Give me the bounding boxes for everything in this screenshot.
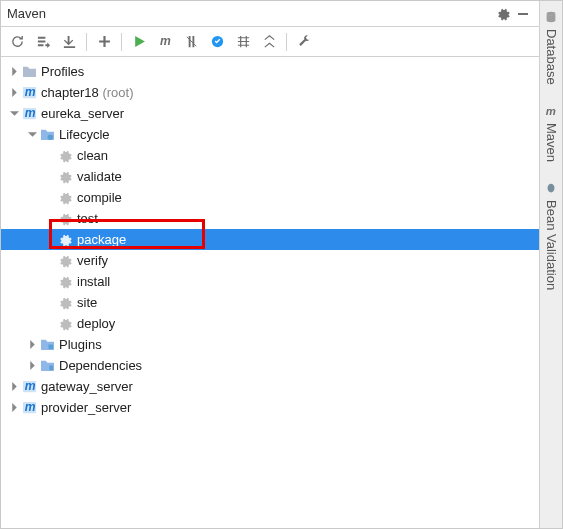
svg-rect-0 <box>518 13 528 15</box>
title-bar: Maven <box>1 1 539 27</box>
side-tab-maven[interactable]: m Maven <box>543 99 559 166</box>
maven-m-icon: m <box>543 103 559 119</box>
tree-node-goal-install[interactable]: install <box>1 271 539 292</box>
skip-tests-icon[interactable] <box>179 31 203 53</box>
plugins-folder-icon <box>39 337 55 353</box>
side-tab-database[interactable]: Database <box>543 5 559 89</box>
tree-node-profiles[interactable]: Profiles <box>1 61 539 82</box>
toolbar-separator <box>86 33 87 51</box>
svg-text:m: m <box>24 106 35 120</box>
reload-icon[interactable] <box>5 31 29 53</box>
tree-label: gateway_server <box>41 379 133 394</box>
svg-text:m: m <box>24 85 35 99</box>
tree-node-goal-compile[interactable]: compile <box>1 187 539 208</box>
gear-icon <box>57 190 73 206</box>
maven-module-icon: m <box>21 106 37 122</box>
tree-label: verify <box>77 253 108 268</box>
side-tab-label: Bean Validation <box>544 200 559 290</box>
wrench-icon[interactable] <box>292 31 316 53</box>
tree-label: install <box>77 274 110 289</box>
gear-icon <box>57 169 73 185</box>
tree-node-goal-test[interactable]: test <box>1 208 539 229</box>
dependencies-folder-icon <box>39 358 55 374</box>
svg-point-13 <box>547 12 556 16</box>
expand-arrow-icon[interactable] <box>25 338 39 352</box>
show-dependencies-icon[interactable] <box>231 31 255 53</box>
gear-icon <box>57 253 73 269</box>
tree-label: eureka_server <box>41 106 124 121</box>
tree-label: compile <box>77 190 122 205</box>
tree-node-provider-server[interactable]: m provider_server <box>1 397 539 418</box>
run-icon[interactable] <box>127 31 151 53</box>
gear-icon <box>57 316 73 332</box>
tree-node-goal-deploy[interactable]: deploy <box>1 313 539 334</box>
expand-arrow-icon[interactable] <box>7 65 21 79</box>
collapse-arrow-icon[interactable] <box>7 107 21 121</box>
maven-panel: Maven m Profiles <box>1 1 540 528</box>
tree-label: validate <box>77 169 122 184</box>
maven-module-icon: m <box>21 379 37 395</box>
tree-node-plugins[interactable]: Plugins <box>1 334 539 355</box>
expand-arrow-icon[interactable] <box>7 380 21 394</box>
tree-label: Lifecycle <box>59 127 110 142</box>
expand-arrow-icon[interactable] <box>7 401 21 415</box>
tree-label: chapter18 (root) <box>41 85 134 100</box>
collapse-arrow-icon[interactable] <box>25 128 39 142</box>
maven-tree: Profiles m chapter18 (root) m eureka_ser… <box>1 57 539 528</box>
minimize-icon[interactable] <box>513 4 533 24</box>
svg-rect-8 <box>48 345 53 350</box>
folder-icon <box>21 64 37 80</box>
download-icon[interactable] <box>57 31 81 53</box>
maven-module-icon: m <box>21 85 37 101</box>
tree-label: site <box>77 295 97 310</box>
gear-icon <box>57 211 73 227</box>
maven-m-icon[interactable]: m <box>153 31 177 53</box>
tree-node-goal-site[interactable]: site <box>1 292 539 313</box>
side-tab-label: Maven <box>544 123 559 162</box>
tree-node-gateway-server[interactable]: m gateway_server <box>1 376 539 397</box>
lifecycle-folder-icon <box>39 127 55 143</box>
tree-label: Profiles <box>41 64 84 79</box>
toolbar-separator <box>121 33 122 51</box>
gear-icon <box>57 295 73 311</box>
tree-node-goal-clean[interactable]: clean <box>1 145 539 166</box>
toolbar-separator <box>286 33 287 51</box>
collapse-all-icon[interactable] <box>257 31 281 53</box>
tree-node-dependencies[interactable]: Dependencies <box>1 355 539 376</box>
svg-text:m: m <box>24 379 35 393</box>
tree-node-goal-verify[interactable]: verify <box>1 250 539 271</box>
tree-node-goal-package[interactable]: package <box>1 229 539 250</box>
database-icon <box>543 9 559 25</box>
right-side-tabs: Database m Maven Bean Validation <box>540 1 562 528</box>
tree-label: package <box>77 232 126 247</box>
side-tab-bean-validation[interactable]: Bean Validation <box>543 176 559 294</box>
settings-icon[interactable] <box>493 4 513 24</box>
add-icon[interactable] <box>92 31 116 53</box>
toolbar: m <box>1 27 539 57</box>
gear-icon <box>57 232 73 248</box>
tree-label: Dependencies <box>59 358 142 373</box>
offline-icon[interactable] <box>205 31 229 53</box>
tree-label: provider_server <box>41 400 131 415</box>
tree-label: deploy <box>77 316 115 331</box>
bean-icon <box>543 180 559 196</box>
tree-node-eureka-server[interactable]: m eureka_server <box>1 103 539 124</box>
expand-arrow-icon[interactable] <box>7 86 21 100</box>
svg-text:m: m <box>159 34 170 48</box>
tree-node-chapter18[interactable]: m chapter18 (root) <box>1 82 539 103</box>
svg-text:m: m <box>24 400 35 414</box>
gear-icon <box>57 148 73 164</box>
generate-sources-icon[interactable] <box>31 31 55 53</box>
svg-text:m: m <box>546 104 556 116</box>
tree-label: clean <box>77 148 108 163</box>
svg-point-7 <box>47 135 53 141</box>
tree-label: test <box>77 211 98 226</box>
panel-title: Maven <box>7 6 493 21</box>
maven-module-icon: m <box>21 400 37 416</box>
tree-node-goal-validate[interactable]: validate <box>1 166 539 187</box>
expand-arrow-icon[interactable] <box>25 359 39 373</box>
tree-label: Plugins <box>59 337 102 352</box>
gear-icon <box>57 274 73 290</box>
tree-node-lifecycle[interactable]: Lifecycle <box>1 124 539 145</box>
side-tab-label: Database <box>544 29 559 85</box>
